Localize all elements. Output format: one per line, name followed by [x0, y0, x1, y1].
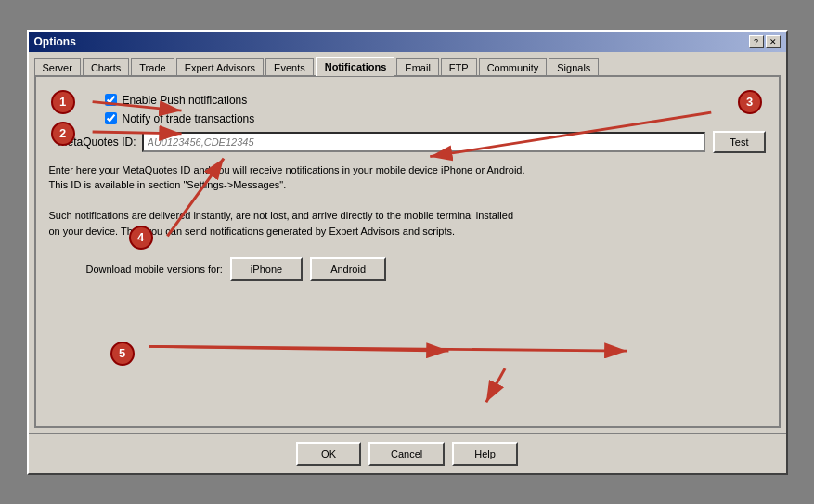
iphone-button[interactable]: iPhone	[230, 257, 303, 281]
step-circle-5: 5	[110, 342, 135, 366]
step-circle-4: 4	[129, 226, 153, 250]
help-title-button[interactable]: ?	[749, 35, 764, 48]
notify-trade-row: Notify of trade transactions	[105, 112, 766, 125]
tab-email[interactable]: Email	[396, 58, 439, 76]
step-circle-1: 1	[51, 90, 75, 114]
android-button[interactable]: Android	[310, 257, 386, 281]
window-content: Server Charts Trade Expert Advisors Even…	[29, 52, 786, 433]
svg-line-6	[149, 346, 627, 351]
info-line-2: This ID is available in section "Setting…	[49, 179, 287, 190]
tab-expert-advisors[interactable]: Expert Advisors	[176, 58, 264, 76]
step-circle-2: 2	[51, 122, 75, 146]
tab-ftp[interactable]: FTP	[441, 58, 477, 76]
tab-server[interactable]: Server	[34, 58, 81, 76]
tab-content-notifications: 1 2 3 4 5 Enable Push notifications	[34, 75, 781, 428]
help-button[interactable]: Help	[452, 442, 518, 466]
tab-signals[interactable]: Signals	[549, 58, 599, 76]
tab-charts[interactable]: Charts	[83, 58, 129, 76]
test-button[interactable]: Test	[713, 131, 765, 153]
window-title: Options	[34, 35, 76, 48]
notify-trade-label: Notify of trade transactions	[123, 112, 255, 125]
info-line-3: Such notifications are delivered instant…	[49, 210, 514, 221]
tab-bar: Server Charts Trade Expert Advisors Even…	[34, 56, 781, 75]
enable-push-label: Enable Push notifications	[123, 94, 248, 107]
arrows-overlay	[36, 77, 779, 426]
tab-community[interactable]: Community	[479, 58, 548, 76]
metaquotes-id-input[interactable]	[142, 132, 706, 152]
options-window: Options ? ✕ Server Charts Trade Expert A…	[27, 30, 788, 475]
info-line-1: Enter here your MetaQuotes ID and you wi…	[49, 164, 525, 175]
download-row: Download mobile versions for: iPhone And…	[86, 257, 766, 281]
footer: OK Cancel Help	[29, 433, 786, 473]
enable-push-row: Enable Push notifications	[105, 94, 766, 107]
tab-notifications[interactable]: Notifications	[316, 57, 395, 76]
tab-trade[interactable]: Trade	[131, 58, 174, 76]
svg-line-7	[485, 368, 504, 402]
cancel-button[interactable]: Cancel	[368, 442, 445, 466]
metaquotes-id-row: MetaQuotes ID: Test	[49, 131, 766, 153]
ok-button[interactable]: OK	[296, 442, 361, 466]
info-line-4: on your device. Thus you can send notifi…	[49, 226, 456, 237]
tab-events[interactable]: Events	[265, 58, 314, 76]
info-text-block: Enter here your MetaQuotes ID and you wi…	[49, 162, 766, 239]
download-label: Download mobile versions for:	[86, 264, 223, 275]
close-title-button[interactable]: ✕	[766, 35, 781, 48]
svg-line-5	[149, 346, 448, 351]
notify-trade-checkbox[interactable]	[105, 112, 117, 124]
titlebar-buttons: ? ✕	[749, 35, 781, 48]
titlebar: Options ? ✕	[29, 32, 786, 52]
enable-push-checkbox[interactable]	[105, 94, 117, 106]
step-circle-3: 3	[738, 90, 762, 114]
